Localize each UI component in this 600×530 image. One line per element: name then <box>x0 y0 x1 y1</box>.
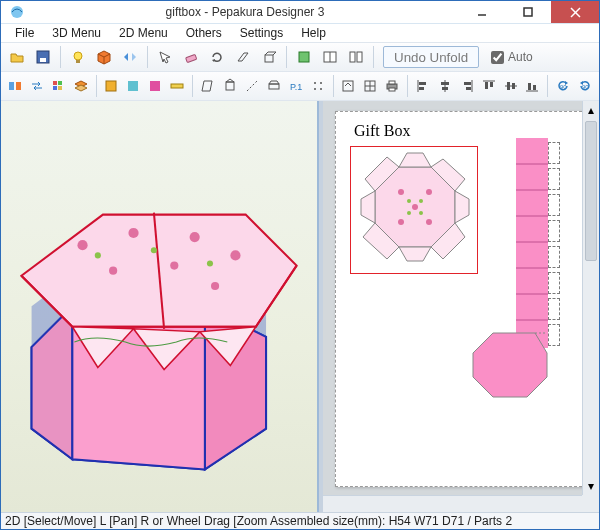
save-button[interactable] <box>31 45 55 69</box>
maximize-button[interactable] <box>505 1 551 23</box>
measure-button[interactable] <box>167 74 187 98</box>
reflect-button[interactable] <box>5 74 25 98</box>
scrollbar-horizontal[interactable] <box>323 495 582 512</box>
scrollbar-vertical[interactable]: ▴ ▾ <box>582 101 599 495</box>
svg-rect-17 <box>299 52 309 62</box>
scroll-down-icon[interactable]: ▾ <box>583 478 599 495</box>
menu-2d[interactable]: 2D Menu <box>111 24 176 42</box>
pick-tool-icon <box>157 49 173 65</box>
auto-checkbox-label[interactable]: Auto <box>491 50 533 64</box>
auto-checkbox[interactable] <box>491 51 504 64</box>
shade-button[interactable] <box>92 45 116 69</box>
flip-button[interactable] <box>118 45 142 69</box>
svg-rect-66 <box>512 83 515 89</box>
align-right-icon <box>459 78 475 94</box>
svg-marker-95 <box>399 153 431 167</box>
swap-icon <box>29 78 45 94</box>
align-middle-button[interactable] <box>501 74 521 98</box>
svg-rect-54 <box>419 87 424 90</box>
align-top-button[interactable] <box>479 74 499 98</box>
edge-button[interactable] <box>242 74 262 98</box>
split-button[interactable] <box>318 45 342 69</box>
unfold-button[interactable] <box>198 74 218 98</box>
svg-rect-16 <box>265 55 273 62</box>
align-bottom-button[interactable] <box>523 74 543 98</box>
double-button[interactable] <box>344 45 368 69</box>
strip-tab <box>548 324 560 346</box>
svg-text:P.1: P.1 <box>290 82 302 92</box>
menu-3d[interactable]: 3D Menu <box>44 24 109 42</box>
open-button[interactable] <box>5 45 29 69</box>
svg-point-44 <box>320 88 322 90</box>
svg-point-104 <box>426 189 432 195</box>
status-text: 2D [Select/Move] L [Pan] R or Wheel Drag… <box>5 514 512 528</box>
palette-button[interactable] <box>49 74 69 98</box>
snap-button[interactable] <box>145 74 165 98</box>
tab-button[interactable] <box>264 74 284 98</box>
svg-point-88 <box>95 253 101 259</box>
rotate-ccw-button[interactable]: 90 <box>553 74 573 98</box>
pick-button[interactable] <box>153 45 177 69</box>
scroll-up-icon[interactable]: ▴ <box>583 101 599 118</box>
layers-button[interactable] <box>71 74 91 98</box>
menu-others[interactable]: Others <box>178 24 230 42</box>
eraser-icon <box>183 49 199 65</box>
svg-rect-69 <box>533 85 536 90</box>
svg-point-103 <box>398 189 404 195</box>
grid-button[interactable] <box>360 74 380 98</box>
scroll-corner <box>582 495 599 512</box>
svg-rect-59 <box>464 82 471 85</box>
svg-rect-25 <box>58 81 62 85</box>
minimize-button[interactable] <box>459 1 505 23</box>
align-right-button[interactable] <box>457 74 477 98</box>
shear-icon <box>235 49 251 65</box>
menu-file[interactable]: File <box>7 24 42 42</box>
strip-lines <box>516 138 548 348</box>
griddot-button[interactable] <box>308 74 328 98</box>
swap-button[interactable] <box>27 74 47 98</box>
flap-button[interactable] <box>220 74 240 98</box>
bottom-octagon[interactable] <box>453 327 548 412</box>
texture-button[interactable] <box>123 74 143 98</box>
undo-group: Undo Unfold Auto <box>383 46 533 68</box>
align-center-button[interactable] <box>435 74 455 98</box>
print-button[interactable] <box>382 74 402 98</box>
svg-rect-30 <box>106 81 116 91</box>
svg-rect-26 <box>53 86 57 90</box>
region-button[interactable] <box>292 45 316 69</box>
svg-point-41 <box>314 82 316 84</box>
svg-point-106 <box>426 219 432 225</box>
svg-rect-50 <box>389 81 395 84</box>
rotate-tool-icon <box>209 49 225 65</box>
rotate-cw-button[interactable]: 90 <box>575 74 595 98</box>
window-double-icon <box>348 49 364 65</box>
shear-button[interactable] <box>231 45 255 69</box>
close-button[interactable] <box>551 1 599 23</box>
rotate-button[interactable] <box>205 45 229 69</box>
menu-help[interactable]: Help <box>293 24 334 42</box>
erase-button[interactable] <box>179 45 203 69</box>
lid-net <box>351 147 479 275</box>
page-button[interactable]: P.1 <box>286 74 306 98</box>
extrude-button[interactable] <box>257 45 281 69</box>
paper-page: Gift Box <box>335 111 587 487</box>
svg-point-111 <box>419 211 423 215</box>
strip-tab <box>548 298 560 320</box>
svg-rect-31 <box>128 81 138 91</box>
svg-point-42 <box>320 82 322 84</box>
align-left-button[interactable] <box>413 74 433 98</box>
scroll-thumb[interactable] <box>585 121 597 261</box>
open-folder-icon <box>9 49 25 65</box>
selection-box[interactable] <box>350 146 478 274</box>
svg-point-105 <box>398 219 404 225</box>
svg-marker-101 <box>361 191 375 223</box>
viewport-3d[interactable] <box>1 101 319 512</box>
menu-settings[interactable]: Settings <box>232 24 291 42</box>
reflect-icon <box>7 78 23 94</box>
zoomfit-button[interactable] <box>338 74 358 98</box>
orient-button[interactable] <box>102 74 122 98</box>
idea-button[interactable] <box>66 45 90 69</box>
undo-unfold-button[interactable]: Undo Unfold <box>383 46 479 68</box>
viewport-2d[interactable]: Gift Box <box>323 101 599 512</box>
svg-rect-35 <box>226 82 234 90</box>
